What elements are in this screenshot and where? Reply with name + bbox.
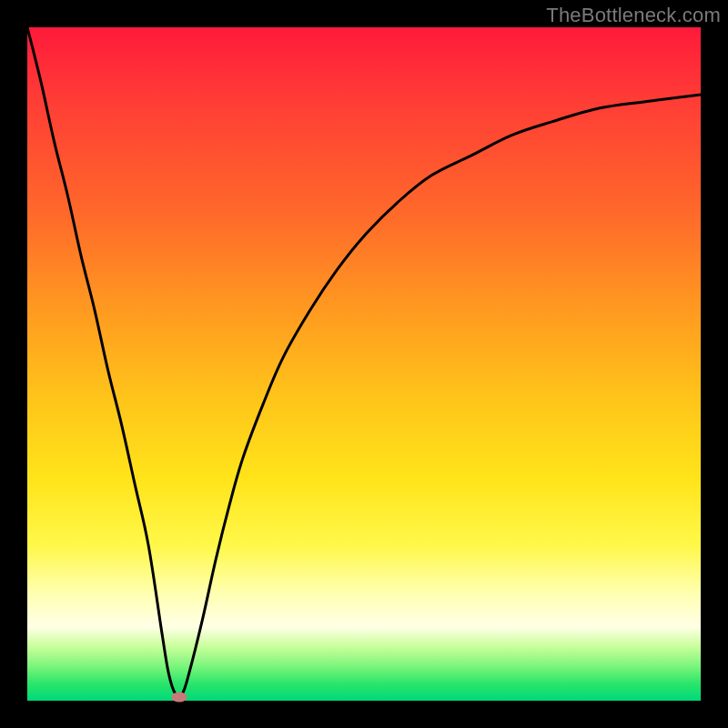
plot-area bbox=[27, 27, 701, 701]
optimum-marker bbox=[171, 693, 187, 703]
chart-frame: TheBottleneck.com bbox=[0, 0, 728, 728]
bottleneck-curve bbox=[27, 27, 701, 697]
curve-svg bbox=[27, 27, 701, 701]
watermark-text: TheBottleneck.com bbox=[546, 4, 721, 27]
